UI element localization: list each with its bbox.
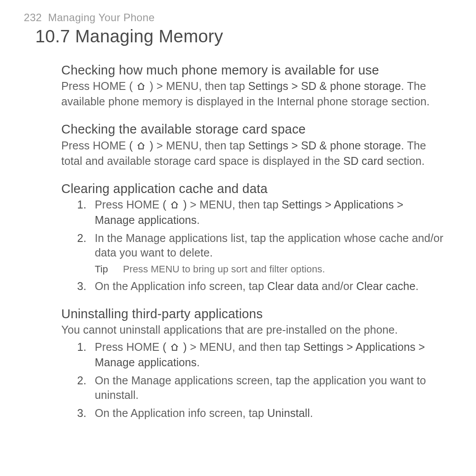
step: In the Manage applications list, tap the… [92, 231, 446, 275]
steps-list: Press HOME ( ) > MENU, then tap Settings… [61, 197, 446, 294]
section-clear-cache: Clearing application cache and data Pres… [61, 181, 446, 294]
tip-row: Tip Press MENU to bring up sort and filt… [95, 263, 446, 275]
running-header: 232 Managing Your Phone [24, 11, 452, 24]
section-intro: You cannot uninstall applications that a… [61, 323, 446, 337]
home-icon [137, 139, 145, 154]
home-icon [170, 341, 179, 355]
section-body: Press HOME ( ) > MENU, then tap Settings… [61, 79, 446, 109]
page: 232 Managing Your Phone 10.7 Managing Me… [0, 0, 476, 420]
section-check-phone-memory: Checking how much phone memory is availa… [61, 62, 446, 109]
step: On the Application info screen, tap Unin… [92, 406, 446, 420]
section-title: Clearing application cache and data [61, 181, 446, 197]
page-number: 232 [24, 11, 42, 23]
home-icon [137, 80, 145, 94]
chapter-title: 10.7 Managing Memory [35, 26, 452, 46]
tip-label: Tip [95, 263, 123, 275]
content-area: Checking how much phone memory is availa… [24, 62, 452, 420]
section-title: Checking how much phone memory is availa… [61, 62, 446, 78]
tip-text: Press MENU to bring up sort and filter o… [123, 263, 325, 275]
section-check-card-space: Checking the available storage card spac… [61, 121, 446, 168]
section-title: Checking the available storage card spac… [61, 121, 446, 137]
step: Press HOME ( ) > MENU, then tap Settings… [92, 197, 446, 227]
section-uninstall: Uninstalling third-party applications Yo… [61, 306, 446, 420]
step: On the Manage applications screen, tap t… [92, 373, 446, 402]
steps-list: Press HOME ( ) > MENU, and then tap Sett… [61, 340, 446, 420]
running-title: Managing Your Phone [48, 11, 155, 23]
section-body: Press HOME ( ) > MENU, then tap Settings… [61, 138, 446, 168]
step: On the Application info screen, tap Clea… [92, 279, 446, 294]
home-icon [170, 198, 179, 213]
section-title: Uninstalling third-party applications [61, 306, 446, 322]
step: Press HOME ( ) > MENU, and then tap Sett… [92, 340, 446, 370]
